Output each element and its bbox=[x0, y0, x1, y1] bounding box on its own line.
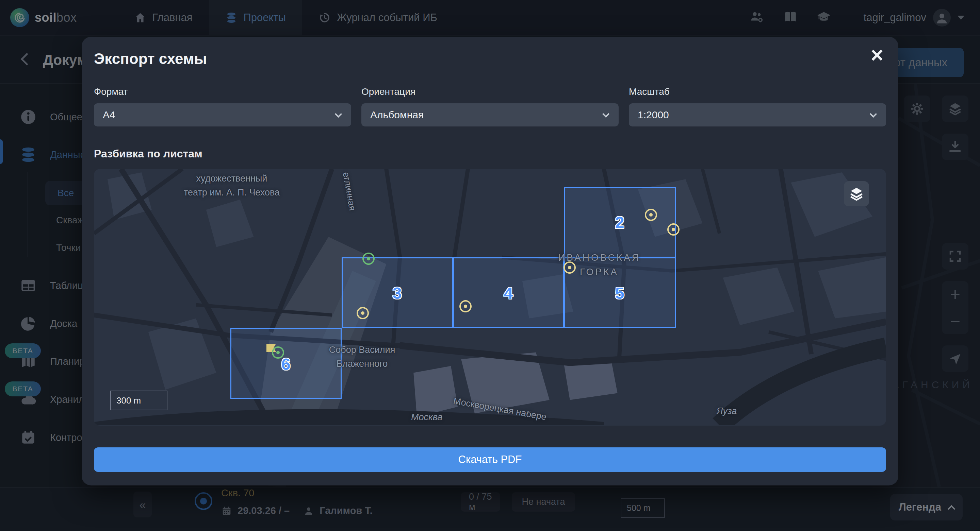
field-label: Масштаб bbox=[629, 86, 886, 97]
map-place-label: Яуза bbox=[717, 404, 737, 418]
sheet-number: 5 bbox=[615, 284, 624, 303]
yellow-point-marker-icon bbox=[460, 300, 472, 312]
yellow-point-marker-icon bbox=[667, 223, 679, 236]
export-options: Формат A4 Ориентация Альбомная Масштаб 1… bbox=[94, 86, 886, 127]
map-place-label: Собор Василия Блаженного bbox=[329, 343, 395, 371]
yellow-point-marker-icon bbox=[645, 209, 657, 221]
close-icon[interactable]: × bbox=[871, 44, 883, 66]
sheet-number: 4 bbox=[504, 284, 513, 303]
map-place-label: Москва bbox=[411, 411, 442, 424]
green-point-marker-icon bbox=[363, 253, 375, 265]
download-pdf-button[interactable]: Скачать PDF bbox=[94, 447, 886, 472]
map-place-label: ИВАНОВСКАЯ ГОРКА bbox=[558, 250, 640, 279]
field-label: Ориентация bbox=[361, 86, 619, 97]
modal-map-scale-indicator: 300 m bbox=[110, 391, 167, 411]
orientation-value: Альбомная bbox=[370, 109, 424, 121]
format-value: A4 bbox=[103, 109, 115, 121]
sheet-map[interactable]: 300 m 23456художественный театр им. А. П… bbox=[94, 169, 886, 426]
chevron-down-icon bbox=[602, 111, 609, 117]
orientation-select[interactable]: Альбомная bbox=[361, 103, 619, 127]
yellow-point-marker-icon bbox=[356, 307, 369, 319]
chevron-down-icon bbox=[870, 111, 877, 117]
sheet-number: 3 bbox=[393, 284, 402, 303]
green-point-marker-icon bbox=[272, 346, 284, 359]
format-select[interactable]: A4 bbox=[94, 103, 351, 127]
scale-value: 1:2000 bbox=[638, 109, 669, 121]
sheet-number: 2 bbox=[615, 213, 624, 232]
field-label: Формат bbox=[94, 86, 351, 97]
layers-icon bbox=[849, 186, 864, 201]
format-field: Формат A4 bbox=[94, 86, 351, 127]
section-title: Разбивка по листам bbox=[94, 147, 886, 160]
export-modal: × Экспорт схемы Формат A4 Ориентация Аль… bbox=[82, 37, 898, 485]
chevron-down-icon bbox=[335, 111, 342, 117]
scale-select[interactable]: 1:2000 bbox=[629, 103, 886, 127]
app-root: soilbox Главная Проекты bbox=[0, 0, 980, 531]
map-place-label: художественный театр им. А. П. Чехова bbox=[184, 172, 280, 199]
orientation-field: Ориентация Альбомная bbox=[361, 86, 619, 127]
modal-title: Экспорт схемы bbox=[94, 50, 886, 67]
modal-map-layers-button[interactable] bbox=[844, 181, 869, 206]
scale-field: Масштаб 1:2000 bbox=[629, 86, 886, 127]
sheet-number: 6 bbox=[282, 355, 291, 374]
